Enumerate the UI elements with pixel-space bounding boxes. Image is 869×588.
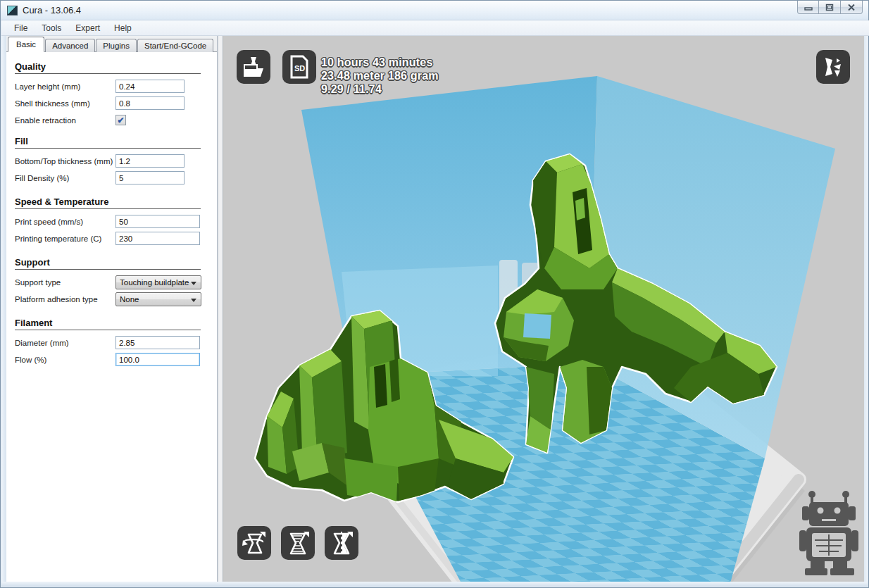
- view-mode-icon: [821, 55, 845, 79]
- support-type-label: Support type: [15, 278, 115, 287]
- rotate-model-button[interactable]: [237, 526, 271, 560]
- window-title: Cura - 13.06.4: [23, 5, 81, 15]
- fill-density-label: Fill Density (%): [15, 174, 115, 182]
- menu-bar: File Tools Expert Help: [1, 20, 869, 36]
- tab-basic[interactable]: Basic: [8, 37, 44, 52]
- viewport-3d[interactable]: 10 hours 43 minutes 23.48 meter 186 gram…: [223, 36, 864, 582]
- filament-flow-input[interactable]: [115, 353, 200, 366]
- print-material: 23.48 meter 186 gram: [321, 69, 439, 82]
- section-rule: [15, 73, 201, 74]
- chevron-down-icon: [191, 299, 196, 302]
- mirror-model-button[interactable]: [325, 526, 358, 560]
- window-frame-bottom: [1, 582, 868, 587]
- platform-adhesion-select[interactable]: None: [115, 292, 201, 306]
- print-time: 10 hours 43 minutes: [321, 56, 439, 69]
- section-rule: [15, 330, 201, 330]
- print-cost: 9.29 / 11.74: [321, 82, 439, 96]
- support-type-value: Touching buildplate: [120, 278, 189, 287]
- filament-flow-label: Flow (%): [15, 356, 115, 364]
- section-title-fill: Fill: [15, 136, 208, 146]
- section-rule: [15, 148, 201, 149]
- printing-temperature-label: Printing temperature (C): [15, 234, 115, 243]
- menu-tools[interactable]: Tools: [35, 21, 68, 35]
- tab-plugins[interactable]: Plugins: [96, 39, 137, 52]
- scale-icon: [285, 530, 311, 556]
- window-frame-left: [1, 36, 6, 582]
- close-button[interactable]: [841, 1, 863, 14]
- menu-file[interactable]: File: [7, 21, 35, 35]
- minimize-button[interactable]: [797, 1, 819, 14]
- settings-panel: Basic Advanced Plugins Start/End-GCode Q…: [6, 36, 218, 582]
- tab-advanced[interactable]: Advanced: [45, 39, 95, 52]
- tab-start-end-gcode[interactable]: Start/End-GCode: [137, 39, 213, 52]
- tab-bar: Basic Advanced Plugins Start/End-GCode: [6, 36, 217, 52]
- sd-card-label: SD: [294, 64, 305, 73]
- print-speed-input[interactable]: [115, 215, 200, 228]
- rotate-icon: [242, 530, 267, 556]
- panel-scrollbar[interactable]: [218, 36, 223, 582]
- enable-retraction-label: Enable retraction: [15, 116, 115, 125]
- printing-temperature-input[interactable]: [115, 232, 200, 245]
- close-icon: [847, 4, 856, 11]
- scale-model-button[interactable]: [281, 526, 315, 560]
- shell-thickness-label: Shell thickness (mm): [15, 99, 115, 108]
- bottom-top-thickness-input[interactable]: [115, 154, 185, 168]
- bottom-top-thickness-label: Bottom/Top thickness (mm): [15, 157, 115, 165]
- title-bar[interactable]: Cura - 13.06.4: [1, 1, 868, 20]
- filament-diameter-input[interactable]: [115, 336, 200, 349]
- view-mode-button[interactable]: [816, 50, 850, 84]
- section-title-support: Support: [15, 257, 208, 268]
- support-type-select[interactable]: Touching buildplate: [115, 275, 201, 289]
- app-icon: [7, 6, 18, 15]
- checkmark-icon: ✔: [117, 115, 124, 125]
- maximize-button[interactable]: [819, 1, 841, 14]
- save-sd-card-button[interactable]: SD: [282, 50, 316, 84]
- load-model-icon: [242, 56, 265, 78]
- basic-settings: Quality Layer height (mm) Shell thicknes…: [6, 53, 217, 582]
- chevron-down-icon: [191, 282, 196, 285]
- fill-density-input[interactable]: [115, 171, 185, 184]
- cura-robot-logo: [799, 491, 858, 575]
- platform-adhesion-label: Platform adhesion type: [15, 295, 115, 304]
- section-rule: [15, 269, 201, 270]
- filament-diameter-label: Diameter (mm): [15, 339, 115, 347]
- build-volume-scene: [223, 36, 864, 582]
- minimize-icon: [804, 4, 813, 11]
- platform-adhesion-value: None: [120, 295, 139, 304]
- section-title-filament: Filament: [15, 318, 208, 328]
- menu-expert[interactable]: Expert: [68, 21, 107, 35]
- sd-card-icon: SD: [289, 55, 310, 79]
- mirror-icon: [329, 530, 354, 556]
- menu-help[interactable]: Help: [107, 21, 139, 35]
- layer-height-label: Layer height (mm): [15, 82, 115, 91]
- shell-thickness-input[interactable]: [115, 96, 185, 110]
- print-speed-label: Print speed (mm/s): [15, 218, 115, 226]
- section-rule: [15, 208, 201, 209]
- print-statistics: 10 hours 43 minutes 23.48 meter 186 gram…: [321, 56, 439, 96]
- section-title-quality: Quality: [15, 61, 208, 72]
- section-title-speed-temp: Speed & Temperature: [15, 196, 208, 207]
- maximize-icon: [825, 4, 834, 11]
- enable-retraction-checkbox[interactable]: ✔: [115, 115, 126, 125]
- load-model-button[interactable]: [237, 50, 270, 84]
- layer-height-input[interactable]: [115, 80, 185, 93]
- cura-window: Cura - 13.06.4 File Tools Expert Help Ba…: [0, 0, 869, 588]
